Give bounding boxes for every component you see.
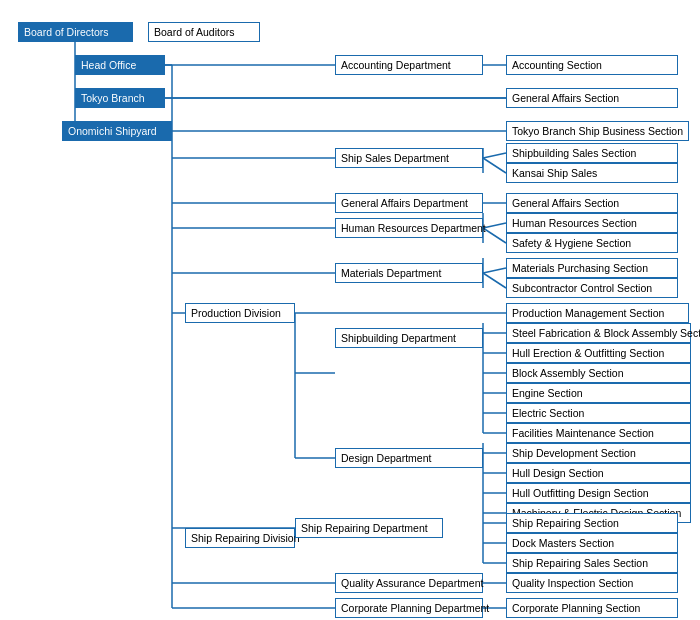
acctsec-box: Accounting Section [506, 55, 678, 75]
org-chart: Board of DirectorsBoard of AuditorsHead … [0, 0, 700, 620]
onomichi-box: Onomichi Shipyard [62, 121, 172, 141]
hull_design-box: Hull Design Section [506, 463, 691, 483]
prod_div-box: Production Division [185, 303, 295, 323]
ship_repair_sec-box: Ship Repairing Section [506, 513, 678, 533]
qa_sec-box: Quality Inspection Section [506, 573, 678, 593]
svg-line-17 [483, 228, 506, 243]
tokyobranch_ship-box: Tokyo Branch Ship Business Section [506, 121, 689, 141]
safety_sec-box: Safety & Hygiene Section [506, 233, 678, 253]
svg-line-16 [483, 223, 506, 228]
ship_repair_dept-box: Ship Repairing Department [295, 518, 443, 538]
svg-line-21 [483, 273, 506, 288]
hr_dept-box: Human Resources Department [335, 218, 483, 238]
genaffairs_tokyo-box: General Affairs Section [506, 88, 678, 108]
svg-line-20 [483, 268, 506, 273]
steel_fab-box: Steel Fabrication & Block Assembly Secti… [506, 323, 691, 343]
kansai_ship-box: Kansai Ship Sales [506, 163, 678, 183]
dock_masters-box: Dock Masters Section [506, 533, 678, 553]
svg-line-11 [483, 158, 506, 173]
hull_outfit_design-box: Hull Outfitting Design Section [506, 483, 691, 503]
ship_dev-box: Ship Development Section [506, 443, 691, 463]
hr_sec-box: Human Resources Section [506, 213, 678, 233]
ship_repair_div-box: Ship Repairing Division [185, 528, 295, 548]
boa-box: Board of Auditors [148, 22, 260, 42]
head-box: Head Office [75, 55, 165, 75]
tokyo-box: Tokyo Branch [75, 88, 165, 108]
acctdept-box: Accounting Department [335, 55, 483, 75]
prod_mgmt-box: Production Management Section [506, 303, 689, 323]
materials_dept-box: Materials Department [335, 263, 483, 283]
materials_sec-box: Materials Purchasing Section [506, 258, 678, 278]
corp_plan_dept-box: Corporate Planning Department [335, 598, 483, 618]
facilities_sec-box: Facilities Maintenance Section [506, 423, 691, 443]
genaffairs_dept-box: General Affairs Department [335, 193, 483, 213]
genaffairs_sec-box: General Affairs Section [506, 193, 678, 213]
electric_sec-box: Electric Section [506, 403, 691, 423]
hull_erect-box: Hull Erection & Outfitting Section [506, 343, 691, 363]
subcontractor_sec-box: Subcontractor Control Section [506, 278, 678, 298]
design_dept-box: Design Department [335, 448, 483, 468]
ship_repair_sales-box: Ship Repairing Sales Section [506, 553, 678, 573]
svg-line-10 [483, 153, 506, 158]
engine_sec-box: Engine Section [506, 383, 691, 403]
shipbuilding_sales-box: Shipbuilding Sales Section [506, 143, 678, 163]
shipbuilding_dept-box: Shipbuilding Department [335, 328, 483, 348]
corp_plan_sec-box: Corporate Planning Section [506, 598, 678, 618]
bod-box: Board of Directors [18, 22, 133, 42]
qa_dept-box: Quality Assurance Department [335, 573, 483, 593]
block_asm-box: Block Assembly Section [506, 363, 691, 383]
shipsalesdept-box: Ship Sales Department [335, 148, 483, 168]
